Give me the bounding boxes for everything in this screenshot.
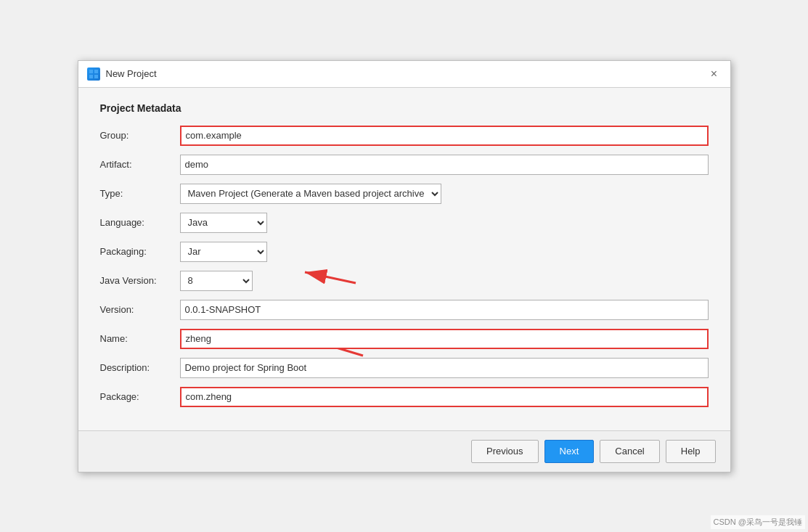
packaging-field-wrapper: Jar War (180, 242, 709, 262)
svg-rect-5 (89, 75, 93, 78)
language-label: Language: (100, 217, 180, 228)
description-field-wrapper (180, 358, 709, 378)
language-field-wrapper: Java Kotlin Groovy (180, 213, 709, 233)
svg-rect-4 (94, 70, 98, 73)
package-row: Package: (100, 387, 709, 407)
package-field-wrapper (180, 387, 709, 407)
version-input[interactable] (180, 300, 709, 320)
group-field-wrapper (180, 126, 709, 146)
java-version-field-wrapper: 8 11 17 (180, 271, 709, 291)
help-button[interactable]: Help (666, 440, 716, 463)
java-version-select[interactable]: 8 11 17 (180, 271, 253, 291)
previous-button[interactable]: Previous (471, 440, 539, 463)
language-select[interactable]: Java Kotlin Groovy (180, 213, 267, 233)
app-icon (87, 67, 100, 81)
language-row: Language: Java Kotlin Groovy (100, 213, 709, 233)
watermark: CSDN @采鸟一号是我锤 (711, 515, 805, 529)
name-label: Name: (100, 333, 180, 344)
packaging-label: Packaging: (100, 246, 180, 257)
artifact-row: Artifact: (100, 155, 709, 175)
java-version-row: Java Version: 8 11 17 (100, 271, 709, 291)
dialog-body: Project Metadata Group: Artifact: Type: (78, 88, 730, 430)
dialog-title: New Project (106, 68, 157, 79)
group-label: Group: (100, 130, 180, 141)
group-input[interactable] (180, 126, 709, 146)
description-label: Description: (100, 362, 180, 373)
description-row: Description: (100, 358, 709, 378)
description-input[interactable] (180, 358, 709, 378)
svg-rect-6 (94, 75, 98, 78)
section-title: Project Metadata (100, 102, 709, 114)
artifact-label: Artifact: (100, 159, 180, 170)
type-field-wrapper: Maven Project (Generate a Maven based pr… (180, 184, 709, 204)
java-version-label: Java Version: (100, 275, 180, 286)
name-row: Name: (100, 329, 709, 349)
cancel-button[interactable]: Cancel (600, 440, 659, 463)
version-field-wrapper (180, 300, 709, 320)
type-row: Type: Maven Project (Generate a Maven ba… (100, 184, 709, 204)
name-input[interactable] (180, 329, 709, 349)
artifact-input[interactable] (180, 155, 709, 175)
name-field-wrapper (180, 329, 709, 349)
version-label: Version: (100, 304, 180, 315)
type-label: Type: (100, 188, 180, 199)
group-row: Group: (100, 126, 709, 146)
package-input[interactable] (180, 387, 709, 407)
next-button[interactable]: Next (544, 440, 595, 463)
close-button[interactable]: × (707, 67, 722, 81)
dialog-footer: Previous Next Cancel Help (78, 430, 730, 472)
package-label: Package: (100, 391, 180, 402)
packaging-row: Packaging: Jar War (100, 242, 709, 262)
packaging-select[interactable]: Jar War (180, 242, 267, 262)
type-select[interactable]: Maven Project (Generate a Maven based pr… (180, 184, 441, 204)
svg-rect-3 (89, 70, 93, 73)
dialog-titlebar: New Project × (78, 61, 730, 88)
version-row: Version: (100, 300, 709, 320)
artifact-field-wrapper (180, 155, 709, 175)
